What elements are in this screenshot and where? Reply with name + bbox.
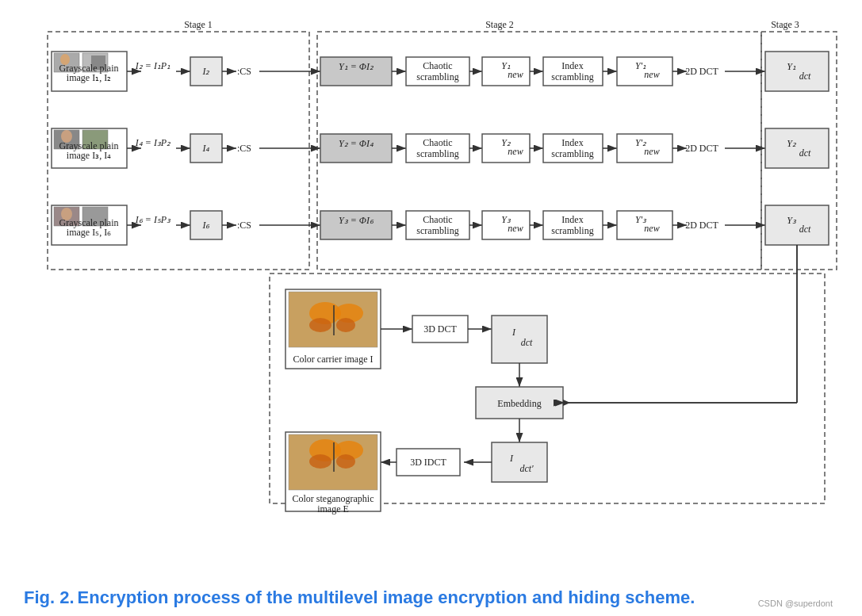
- carrier-label: Color carrier image I: [293, 354, 374, 365]
- svg-point-8: [309, 318, 331, 332]
- eq1-row3: I₆ = I₅P₃: [135, 214, 171, 225]
- idct2-box: [492, 442, 547, 482]
- svg-point-13: [309, 454, 331, 469]
- caption-prefix: Fig. 2.: [24, 587, 75, 607]
- svg-point-9: [336, 318, 355, 332]
- cs-r2: :CS: [237, 143, 251, 154]
- index-label2-r2: scrambling: [551, 148, 593, 159]
- y1dct-box: [765, 52, 829, 91]
- idct-box: [492, 316, 547, 363]
- y2dct-box: [765, 128, 829, 168]
- grayscale-label2-row2: image I₃, I₄: [67, 150, 111, 161]
- chaotic-label2-r1: scrambling: [416, 71, 458, 82]
- main-diagram: Stage 1 Stage 2 Stage 3 Grayscale plain …: [24, 8, 849, 531]
- stage2-label: Stage 2: [485, 19, 514, 30]
- chaotic-label1-r1: Chaotic: [423, 60, 452, 71]
- index-label1-r3: Index: [561, 214, 583, 225]
- y1new-sub: new: [508, 69, 523, 80]
- chaotic-label2-r3: scrambling: [416, 225, 458, 236]
- 2ddct-r1: 2D DCT: [685, 66, 718, 77]
- 3ddct-label: 3D DCT: [423, 323, 457, 335]
- stage3-label: Stage 3: [771, 19, 799, 30]
- y3dct-box: [765, 205, 829, 245]
- 2ddct-r2: 2D DCT: [685, 143, 718, 154]
- grayscale-label2-row3: image I₅, I₆: [67, 227, 111, 238]
- caption: Fig. 2. Encryption process of the multil…: [24, 587, 833, 608]
- index-label1-r1: Index: [561, 60, 583, 71]
- y3new-sub: new: [508, 223, 523, 234]
- y2-eq-label: Y₂ = ΦI₄: [339, 138, 374, 149]
- i4-label: I₄: [202, 143, 210, 154]
- stage1-label: Stage 1: [184, 19, 213, 30]
- grayscale-label2-row1: image I₁, I₂: [67, 72, 111, 83]
- chaotic-label1-r2: Chaotic: [423, 137, 452, 148]
- caption-text: Encryption process of the multilevel ima…: [78, 587, 695, 607]
- y2prime-sub: new: [644, 146, 659, 157]
- 2ddct-r3: 2D DCT: [685, 220, 718, 231]
- y1prime-sub: new: [644, 69, 659, 80]
- i6-label: I₆: [202, 220, 211, 231]
- y3dct-sub: dct: [799, 224, 811, 235]
- embed-arrow-head: [563, 400, 570, 406]
- stegano-label1: Color steganographic: [293, 493, 374, 504]
- y3-eq-label: Y₃ = ΦI₆: [339, 215, 374, 226]
- index-label1-r2: Index: [561, 137, 583, 148]
- eq1-row2: I₄ = I₃P₂: [135, 137, 171, 148]
- y2dct-label: Y₂: [787, 138, 797, 149]
- stegano-label2: image E: [317, 503, 349, 515]
- eq1-row1: I₂ = I₁P₁: [135, 60, 170, 71]
- cs-r3: :CS: [237, 220, 251, 231]
- diagram-container: Stage 1 Stage 2 Stage 3 Grayscale plain …: [0, 0, 862, 616]
- index-label2-r1: scrambling: [551, 71, 593, 82]
- svg-point-14: [336, 454, 355, 469]
- y3prime-sub: new: [644, 223, 659, 234]
- i2-label: I₂: [202, 66, 211, 77]
- y1-eq-label: Y₁ = ΦI₂: [339, 61, 374, 72]
- y2dct-sub: dct: [799, 147, 811, 159]
- embedding-label: Embedding: [497, 398, 541, 409]
- chaotic-label2-r2: scrambling: [416, 148, 458, 159]
- y1dct-sub: dct: [799, 71, 811, 82]
- idct-sub: dct: [521, 337, 533, 348]
- chaotic-label1-r3: Chaotic: [423, 214, 452, 225]
- y1dct-label: Y₁: [787, 61, 796, 72]
- y3dct-label: Y₃: [787, 215, 797, 226]
- idct2-sub: dct': [519, 463, 534, 474]
- index-label2-r3: scrambling: [551, 225, 593, 236]
- y2new-sub: new: [508, 146, 523, 157]
- 3didct-label: 3D IDCT: [410, 457, 446, 468]
- cs-r1: :CS: [237, 66, 251, 77]
- caption-credit: CSDN @superdont: [758, 599, 833, 608]
